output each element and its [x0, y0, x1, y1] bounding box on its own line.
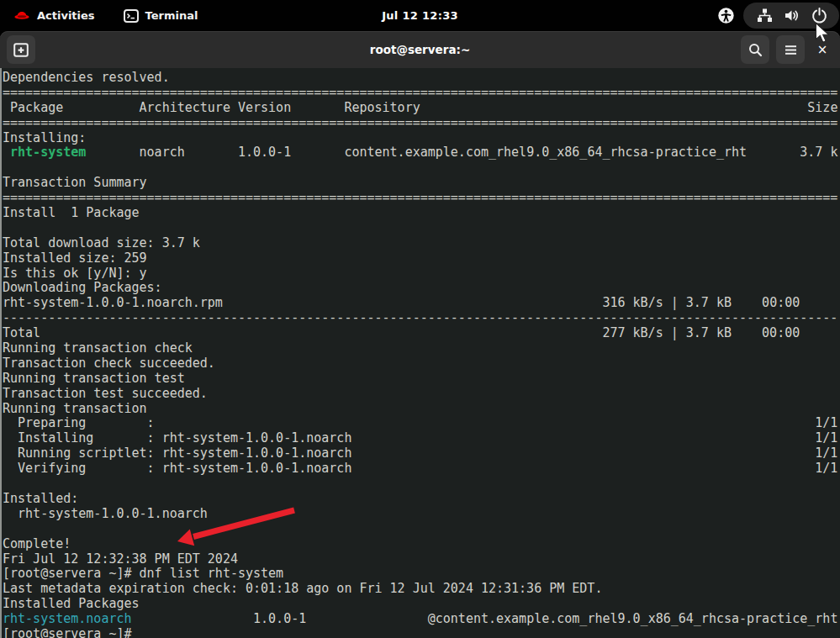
terminal-line: Running transaction test	[3, 372, 840, 387]
close-window-button[interactable]: ×	[811, 39, 833, 61]
terminal-screen: Dependencies resolved.==================…	[3, 71, 840, 638]
terminal-line: Downloading Packages:	[3, 281, 840, 296]
terminal-line: ========================================…	[3, 191, 840, 206]
terminal-line: Verifying : rht-system-1.0.0-1.noarch 1/…	[3, 461, 840, 477]
accessibility-icon[interactable]	[717, 7, 735, 24]
terminal-line: rht-system noarch 1.0.0-1 content.exampl…	[3, 145, 840, 161]
search-icon	[748, 43, 763, 57]
terminal-output-area[interactable]: Dependencies resolved.==================…	[0, 68, 840, 638]
window-title: root@servera:~	[0, 43, 840, 56]
terminal-line: rht-system-1.0.0-1.noarch	[3, 507, 840, 522]
terminal-line: Running transaction check	[3, 341, 840, 356]
terminal-line: Installed size: 259	[3, 251, 840, 266]
terminal-line: Total download size: 3.7 k	[3, 236, 840, 251]
search-button[interactable]	[741, 35, 769, 64]
terminal-line: rht-system-1.0.0-1.noarch.rpm 316 kB/s |…	[3, 296, 840, 311]
terminal-line: Total 277 kB/s | 3.7 kB 00:00	[3, 326, 840, 341]
terminal-line	[3, 522, 840, 537]
terminal-left-edge	[0, 68, 2, 638]
volume-icon	[784, 8, 800, 24]
terminal-line: Fri Jul 12 12:32:38 PM EDT 2024	[3, 552, 840, 567]
terminal-line: Complete!	[3, 537, 840, 552]
terminal-line: ----------------------------------------…	[3, 311, 840, 326]
terminal-line: Installed Packages	[3, 597, 840, 612]
terminal-line: Transaction Summary	[3, 176, 840, 191]
terminal-line: rht-system.noarch 1.0.0-1 @content.examp…	[3, 612, 840, 627]
terminal-line: Running transaction	[3, 402, 840, 417]
terminal-line	[3, 161, 840, 176]
terminal-line: [root@servera ~]#	[3, 627, 840, 638]
system-status-area[interactable]	[743, 3, 839, 29]
terminal-line: Installing : rht-system-1.0.0-1.noarch 1…	[3, 431, 840, 446]
clock[interactable]: Jul 12 12:33	[0, 9, 840, 22]
terminal-line: ========================================…	[3, 86, 840, 101]
terminal-line: Is this ok [y/N]: y	[3, 266, 840, 282]
terminal-line: Dependencies resolved.	[3, 71, 840, 86]
terminal-line: Transaction test succeeded.	[3, 387, 840, 402]
terminal-line: Install 1 Package	[3, 206, 840, 221]
terminal-line: Transaction check succeeded.	[3, 356, 840, 372]
terminal-line	[3, 477, 840, 492]
terminal-line: [root@servera ~]# dnf list rht-system	[3, 567, 840, 582]
menu-button[interactable]	[776, 35, 805, 64]
gnome-top-bar: Activities Terminal Jul 12 12:33	[0, 0, 840, 31]
power-icon	[811, 8, 827, 24]
network-icon	[757, 8, 773, 24]
terminal-line: ========================================…	[3, 116, 840, 131]
terminal-window-header[interactable]: root@servera:~ ×	[0, 31, 840, 68]
terminal-line: Preparing : 1/1	[3, 416, 840, 431]
desktop: { "topbar": { "activities_label": "Activ…	[0, 0, 840, 638]
terminal-line: Last metadata expiration check: 0:01:18 …	[3, 582, 840, 597]
terminal-line: Installing:	[3, 131, 840, 146]
terminal-line	[3, 221, 840, 236]
terminal-line: Package Architecture Version Repository …	[3, 101, 840, 116]
hamburger-menu-icon	[785, 45, 797, 55]
terminal-line: Installed:	[3, 492, 840, 507]
terminal-line: Running scriptlet: rht-system-1.0.0-1.no…	[3, 446, 840, 461]
